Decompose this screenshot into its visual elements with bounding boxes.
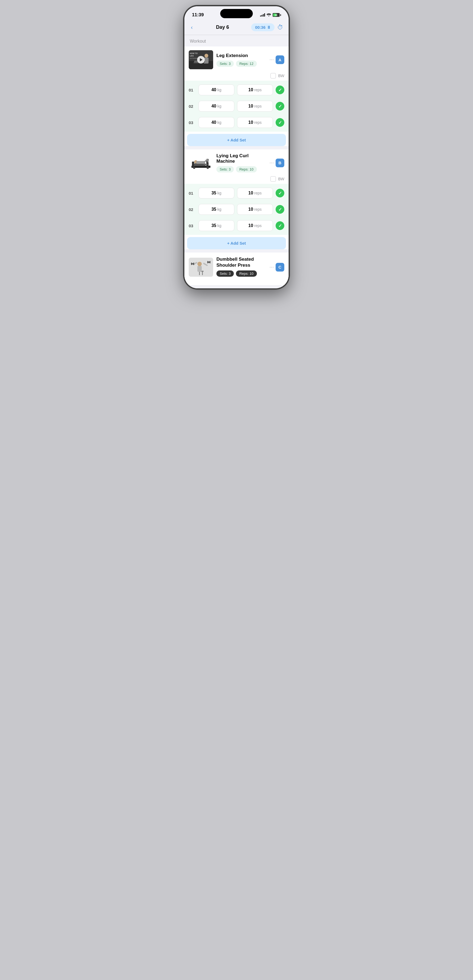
exercise-card-b: Lying Leg Curl Machine Sets: 3 Reps: 10 … [184,150,289,249]
set-complete-button[interactable]: ✓ [276,221,284,230]
letter-badge-b: B [276,159,284,167]
exercise-more-b: ··· B [270,159,284,167]
section-label: Workout [184,35,289,46]
battery-icon: 60 [272,13,281,17]
exercise-thumbnail-c[interactable] [189,258,213,277]
svg-point-18 [193,167,195,169]
weight-input[interactable]: 35 kg [199,188,234,199]
reps-input[interactable]: 10 reps [237,204,273,215]
svg-rect-30 [191,262,192,265]
more-dots-a[interactable]: ··· [270,57,274,62]
exercise-info-b: Lying Leg Curl Machine Sets: 3 Reps: 10 [217,153,266,172]
reps-input[interactable]: 10 reps [237,84,273,95]
reps-input[interactable]: 10 reps [237,188,273,199]
set-complete-button[interactable]: ✓ [276,102,284,111]
reps-badge-c: Reps: 10 [236,270,256,277]
exercise-card-a: HOW TO LEG EXTENSIONS Leg Extension Sets… [184,46,289,146]
set-complete-button[interactable]: ✓ [276,118,284,127]
sets-area-b: 01 35 kg 10 reps ✓ 02 3 [184,184,289,235]
set-complete-button[interactable]: ✓ [276,205,284,214]
svg-rect-15 [196,161,205,164]
bw-row-a: BW [184,72,289,81]
bw-checkbox-b[interactable] [271,176,276,182]
nav-right: 00:36 ⏸ ⏱ [251,23,283,31]
svg-rect-24 [202,272,203,275]
bw-label-a: BW [278,73,284,78]
bw-row-b: BW [184,175,289,184]
reps-input[interactable]: 10 reps [237,117,273,128]
signal-icon [260,13,265,17]
exercise-name-c: Dumbbell SeatedShoulder Press [217,256,266,268]
wifi-icon [267,13,271,17]
set-complete-button[interactable]: ✓ [276,86,284,94]
svg-rect-33 [207,261,208,263]
svg-rect-20 [204,164,207,165]
svg-text:HOW TO: HOW TO [190,52,197,54]
letter-badge-c: C [276,263,284,272]
svg-rect-25 [197,266,202,272]
add-set-button-b[interactable]: + Add Set [187,237,286,249]
svg-rect-31 [193,262,194,265]
set-number: 02 [189,207,196,212]
exercise-header-b: Lying Leg Curl Machine Sets: 3 Reps: 10 … [184,150,289,175]
weight-input[interactable]: 35 kg [199,220,234,231]
nav-header: ‹ Day 6 00:36 ⏸ ⏱ [184,20,289,35]
exercise-more-a: ··· A [270,56,284,64]
svg-rect-11 [192,162,194,167]
add-set-button-a[interactable]: + Add Set [187,134,286,146]
exercise-badges-b: Sets: 3 Reps: 10 [217,166,266,172]
exercise-header-c: Dumbbell SeatedShoulder Press Sets: 3 Re… [184,253,289,280]
table-row: 01 40 kg 10 reps ✓ [184,82,289,98]
status-time: 11:39 [192,12,204,18]
table-row: 03 35 kg 10 reps ✓ [184,218,289,234]
exercise-name-b: Lying Leg Curl Machine [217,153,266,164]
svg-point-2 [204,54,208,57]
set-number: 03 [189,120,196,125]
timer-icon[interactable]: ⏱ [277,24,283,31]
phone-frame: 11:39 60 [183,5,290,289]
set-number: 01 [189,88,196,92]
exercise-info-a: Leg Extension Sets: 3 Reps: 12 [217,53,266,67]
back-button[interactable]: ‹ [190,23,194,32]
page-title: Day 6 [216,24,229,30]
weight-input[interactable]: 40 kg [199,101,234,111]
weight-input[interactable]: 40 kg [199,117,234,128]
reps-input[interactable]: 10 reps [237,220,273,231]
status-icons: 60 [260,13,281,17]
set-number: 03 [189,223,196,228]
more-dots-b[interactable]: ··· [270,161,274,165]
reps-input[interactable]: 10 reps [237,101,273,111]
bw-checkbox-a[interactable] [271,73,276,78]
table-row: 02 35 kg 10 reps ✓ [184,201,289,218]
table-row: 03 40 kg 10 reps ✓ [184,114,289,130]
svg-rect-34 [210,261,210,263]
weight-input[interactable]: 40 kg [199,84,234,95]
scroll-area[interactable]: HOW TO LEG EXTENSIONS Leg Extension Sets… [184,46,289,288]
exercise-header-a: HOW TO LEG EXTENSIONS Leg Extension Sets… [184,46,289,72]
timer-badge[interactable]: 00:36 ⏸ [251,23,274,31]
exercise-card-c: Dumbbell SeatedShoulder Press Sets: 3 Re… [184,253,289,285]
reps-badge-b: Reps: 10 [236,166,256,172]
set-number: 01 [189,191,196,196]
exercise-more-c: ··· C [270,263,284,272]
svg-point-19 [207,167,209,169]
svg-rect-23 [199,272,200,275]
exercise-thumbnail-b[interactable] [189,153,213,172]
exercise-badges-c: Sets: 3 Reps: 10 [217,270,266,278]
exercise-thumbnail-a[interactable]: HOW TO LEG EXTENSIONS [189,50,213,69]
table-row: 01 35 kg 10 reps ✓ [184,185,289,201]
exercise-badges-a: Sets: 3 Reps: 12 [217,60,266,67]
status-bar: 11:39 60 [184,6,289,20]
svg-point-26 [197,262,202,266]
exercise-info-c: Dumbbell SeatedShoulder Press Sets: 3 Re… [217,256,266,278]
set-complete-button[interactable]: ✓ [276,189,284,197]
weight-input[interactable]: 35 kg [199,204,234,215]
bw-label-b: BW [278,177,284,181]
letter-badge-a: A [276,56,284,64]
reps-badge-a: Reps: 12 [236,60,256,67]
sets-area-a: 01 40 kg 10 reps ✓ 02 4 [184,81,289,132]
table-row: 02 40 kg 10 reps ✓ [184,98,289,114]
more-dots-c[interactable]: ··· [270,265,274,270]
svg-text:LEG: LEG [190,55,194,57]
exercise-name-a: Leg Extension [217,53,266,58]
